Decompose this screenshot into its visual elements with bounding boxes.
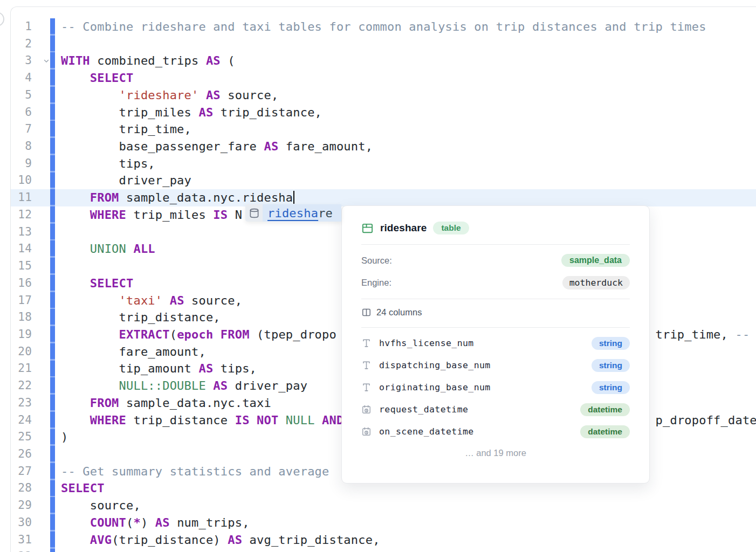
line-number: 26 — [11, 446, 32, 463]
autocomplete-suggestion-rideshare[interactable]: rideshare — [245, 204, 341, 222]
line-number: 24 — [11, 412, 32, 429]
engine-row: Engine: motherduck — [361, 275, 630, 290]
divider — [361, 244, 630, 245]
code-line-11[interactable]: 11 FROM sample_data.nyc.ridesha — [11, 189, 756, 206]
code-text: UNION ALL — [61, 240, 155, 258]
column-row-hvfhs_license_num: hvfhs_license_numstring — [361, 336, 630, 350]
code-line-2[interactable]: 2 — [11, 36, 756, 53]
code-text: base_passenger_fare AS fare_amount, — [61, 138, 373, 155]
code-text: -- Combine rideshare and taxi tables for… — [61, 18, 706, 36]
table-name: rideshare — [380, 222, 427, 234]
text-type-icon — [361, 382, 372, 392]
code-text: FROM sample_data.nyc.taxi — [61, 395, 271, 412]
code-line-8[interactable]: 8 base_passenger_fare AS fare_amount, — [11, 138, 756, 155]
code-line-10[interactable]: 10 driver_pay — [11, 172, 756, 189]
engine-badge: motherduck — [562, 276, 630, 289]
code-text: WITH combined_trips AS ( — [61, 52, 235, 70]
text-cursor — [293, 191, 294, 204]
line-number: 14 — [11, 240, 32, 258]
line-number: 5 — [11, 87, 32, 104]
code-text: source, — [61, 497, 141, 514]
line-number: 16 — [11, 275, 32, 292]
code-text: trip_distance, — [61, 309, 221, 326]
column-type-badge: string — [592, 381, 630, 394]
column-row-originating_base_num: originating_base_numstring — [361, 380, 630, 395]
column-name: request_datetime — [379, 404, 580, 415]
code-line-6[interactable]: 6 trip_miles AS trip_distance, — [11, 104, 756, 121]
code-text: fare_amount, — [61, 343, 206, 361]
code-line-31[interactable]: 31 AVG(trip_distance) AS avg_trip_distan… — [11, 532, 756, 549]
line-number: 12 — [11, 206, 32, 224]
column-row-request_datetime: request_datetimedatetime — [361, 402, 630, 417]
code-text: AVG(trip_distance) AS avg_trip_distance, — [61, 532, 380, 549]
line-number: 23 — [11, 395, 32, 412]
column-type-badge: string — [592, 359, 630, 372]
code-text: SELECT — [61, 70, 133, 87]
line-number: 27 — [11, 463, 32, 480]
column-type-badge: datetime — [580, 403, 630, 416]
datetime-type-icon — [361, 404, 372, 415]
line-number: 30 — [11, 514, 32, 532]
code-text: 'rideshare' AS source, — [61, 87, 278, 104]
code-line-1[interactable]: 1-- Combine rideshare and taxi tables fo… — [11, 18, 756, 36]
line-number: 31 — [11, 532, 32, 549]
line-number: 11 — [11, 189, 32, 206]
line-number: 25 — [11, 429, 32, 446]
table-type-badge: table — [433, 222, 469, 234]
datetime-type-icon — [361, 426, 372, 437]
divider — [361, 299, 630, 299]
columns-summary: 24 columns — [361, 306, 630, 319]
column-list: hvfhs_license_numstringdispatching_base_… — [361, 336, 630, 439]
line-number: 22 — [11, 377, 32, 395]
code-line-30[interactable]: 30 COUNT(*) AS num_trips, — [11, 514, 756, 532]
code-text: COUNT(*) AS num_trips, — [61, 514, 250, 532]
divider — [361, 327, 630, 328]
text-type-icon — [361, 338, 372, 348]
code-text: -- Get summary statistics and average — [61, 463, 336, 480]
column-type-badge: datetime — [580, 425, 630, 438]
line-number: 18 — [11, 309, 32, 326]
line-number: 17 — [11, 292, 32, 309]
line-number: 1 — [11, 18, 32, 36]
engine-label: Engine: — [361, 278, 391, 288]
code-text: SELECT — [61, 480, 105, 497]
app-window: 1-- Combine rideshare and taxi tables fo… — [0, 0, 756, 552]
columns-summary-text: 24 columns — [376, 307, 422, 318]
column-type-badge: string — [592, 337, 630, 350]
line-number: 6 — [11, 104, 32, 121]
text-type-icon — [361, 360, 372, 370]
code-text: tip_amount AS tips, — [61, 360, 257, 377]
line-number: 3 — [11, 52, 32, 70]
source-badge: sample_data — [561, 254, 630, 267]
popover-header: rideshare table — [361, 220, 630, 236]
code-line-5[interactable]: 5 'rideshare' AS source, — [11, 87, 756, 104]
column-row-on_scene_datetime: on_scene_datetimedatetime — [361, 424, 630, 439]
gutter-change-bar — [50, 18, 55, 552]
edge-widget-fragment[interactable] — [0, 12, 4, 26]
table-info-popover: rideshare table Source: sample_data Engi… — [341, 205, 650, 484]
line-number: 21 — [11, 360, 32, 377]
code-line-7[interactable]: 7 trip_time, — [11, 121, 756, 138]
more-columns-text: … and 19 more — [361, 448, 630, 458]
source-label: Source: — [361, 256, 392, 266]
code-line-32[interactable]: 32 AVG(trip_time) AS avg_trip_time, — [11, 548, 756, 552]
code-line-9[interactable]: 9 tips, — [11, 155, 756, 172]
source-row: Source: sample_data — [361, 253, 630, 268]
code-text: 'taxi' AS source, — [61, 292, 242, 309]
suggestion-label: rideshare — [263, 204, 341, 222]
line-number: 10 — [11, 172, 32, 189]
code-line-29[interactable]: 29 source, — [11, 497, 756, 514]
column-name: dispatching_base_num — [379, 360, 592, 370]
code-line-3[interactable]: 3WITH combined_trips AS ( — [11, 52, 756, 70]
line-number: 13 — [11, 224, 32, 241]
line-number: 20 — [11, 343, 32, 361]
line-number: 29 — [11, 497, 32, 514]
line-number: 15 — [11, 258, 32, 275]
line-number: 28 — [11, 480, 32, 497]
line-number: 4 — [11, 70, 32, 87]
code-text: AVG(trip_time) AS avg_trip_time, — [61, 548, 322, 552]
code-text: NULL::DOUBLE AS driver_pay — [61, 377, 307, 395]
suggestion-match-text: ridesha — [267, 206, 318, 220]
code-line-4[interactable]: 4 SELECT — [11, 70, 756, 87]
code-text: driver_pay — [61, 172, 191, 189]
